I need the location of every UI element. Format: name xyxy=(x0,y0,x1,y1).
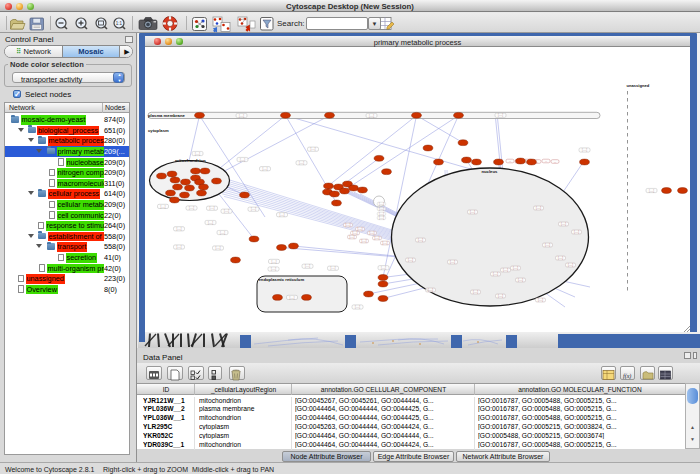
svg-text:[.....]: [.....] xyxy=(381,266,386,270)
svg-text:[.....]: [.....] xyxy=(498,294,503,298)
svg-text:[.....]: [.....] xyxy=(369,114,374,118)
svg-text:[.....]: [.....] xyxy=(545,243,550,247)
svg-text:[.....]: [.....] xyxy=(379,202,384,206)
svg-text:[.....]: [.....] xyxy=(215,246,220,250)
svg-text:[.....]: [.....] xyxy=(160,205,165,209)
svg-text:[.....]: [.....] xyxy=(473,290,478,294)
svg-text:[.....]: [.....] xyxy=(289,296,294,300)
svg-text:[.....]: [.....] xyxy=(239,114,244,118)
svg-text:mitochondrion: mitochondrion xyxy=(175,158,206,163)
svg-text:plasma membrane: plasma membrane xyxy=(148,113,185,118)
svg-text:[.....]: [.....] xyxy=(352,231,357,235)
svg-text:[.....]: [.....] xyxy=(450,260,455,264)
svg-text:[.....]: [.....] xyxy=(220,231,225,235)
svg-text:[.....]: [.....] xyxy=(498,113,503,117)
svg-text:[.....]: [.....] xyxy=(240,158,245,162)
svg-text:[.....]: [.....] xyxy=(574,230,579,234)
svg-text:[.....]: [.....] xyxy=(345,223,350,227)
svg-text:[.....]: [.....] xyxy=(369,231,374,235)
svg-text:[.....]: [.....] xyxy=(649,189,654,193)
svg-text:[.....]: [.....] xyxy=(558,256,563,260)
svg-text:[.....]: [.....] xyxy=(176,227,181,231)
svg-text:[.....]: [.....] xyxy=(513,266,518,270)
svg-text:f(x): f(x) xyxy=(623,373,631,380)
svg-text:[.....]: [.....] xyxy=(355,305,360,309)
svg-text:[.....]: [.....] xyxy=(379,216,384,220)
svg-text:...: ... xyxy=(545,160,547,163)
svg-text:[.....]: [.....] xyxy=(379,212,384,216)
svg-text:[.....]: [.....] xyxy=(189,206,194,210)
svg-text:[.....]: [.....] xyxy=(536,206,541,210)
svg-text:[.....]: [.....] xyxy=(279,213,284,217)
svg-text:endoplasmic reticulum: endoplasmic reticulum xyxy=(259,277,305,282)
svg-text:1:1: 1:1 xyxy=(116,21,123,26)
svg-text:[.....]: [.....] xyxy=(379,207,384,211)
svg-text:[.....]: [.....] xyxy=(382,241,387,245)
svg-text:[.....]: [.....] xyxy=(310,147,315,151)
svg-text:...: ... xyxy=(554,161,556,164)
svg-text:unassigned: unassigned xyxy=(627,83,650,88)
svg-text:...: ... xyxy=(509,160,511,163)
svg-text:[.....]: [.....] xyxy=(361,239,366,243)
svg-text:[.....]: [.....] xyxy=(568,263,573,267)
svg-text:[.....]: [.....] xyxy=(374,236,379,240)
svg-text:[.....]: [.....] xyxy=(428,288,433,292)
svg-text:[.....]: [.....] xyxy=(561,222,566,226)
svg-text:[.....]: [.....] xyxy=(503,268,508,272)
svg-text:[.....]: [.....] xyxy=(357,227,362,231)
svg-text:[.....]: [.....] xyxy=(262,167,267,171)
svg-text:[.....]: [.....] xyxy=(209,206,214,210)
svg-text:[.....]: [.....] xyxy=(195,152,200,156)
svg-text:[.....]: [.....] xyxy=(493,272,498,276)
svg-text:[.....]: [.....] xyxy=(538,298,543,302)
svg-text:[.....]: [.....] xyxy=(299,161,304,165)
svg-text:[.....]: [.....] xyxy=(408,258,413,262)
svg-text:[.....]: [.....] xyxy=(518,278,523,282)
svg-text:nucleus: nucleus xyxy=(482,169,498,174)
svg-text:cytoplasm: cytoplasm xyxy=(148,128,169,133)
svg-text:[.....]: [.....] xyxy=(330,266,335,270)
svg-text:[.....]: [.....] xyxy=(251,207,256,211)
svg-text:[.....]: [.....] xyxy=(271,267,276,271)
svg-text:[.....]: [.....] xyxy=(271,260,276,264)
svg-text:[.....]: [.....] xyxy=(349,235,354,239)
svg-text:[.....]: [.....] xyxy=(224,209,229,213)
svg-text:[.....]: [.....] xyxy=(470,210,475,214)
svg-text:[.....]: [.....] xyxy=(582,148,587,152)
svg-text:[.....]: [.....] xyxy=(176,245,181,249)
svg-text:[.....]: [.....] xyxy=(208,221,213,225)
svg-text:[.....]: [.....] xyxy=(418,238,423,242)
svg-text:[.....]: [.....] xyxy=(305,264,310,268)
